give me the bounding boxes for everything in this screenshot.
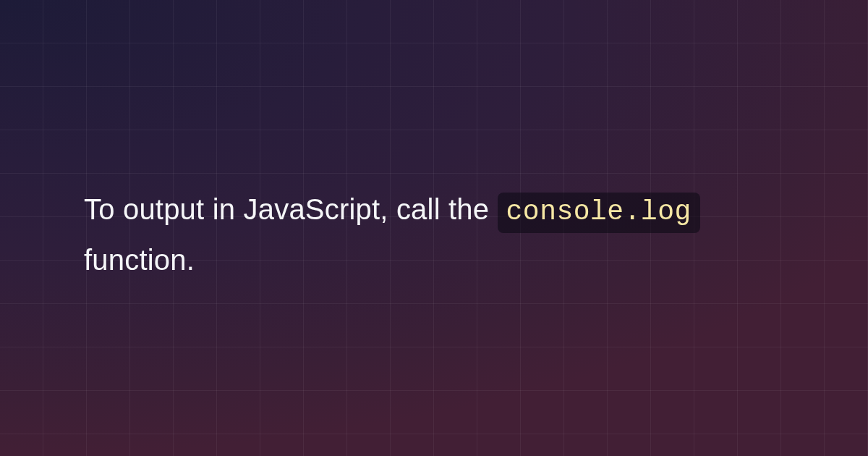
content-paragraph: To output in JavaScript, call the consol… xyxy=(84,184,784,285)
inline-code-snippet: console.log xyxy=(498,193,700,233)
text-before-code: To output in JavaScript, call the xyxy=(84,193,498,225)
text-after-code: function. xyxy=(84,244,195,276)
